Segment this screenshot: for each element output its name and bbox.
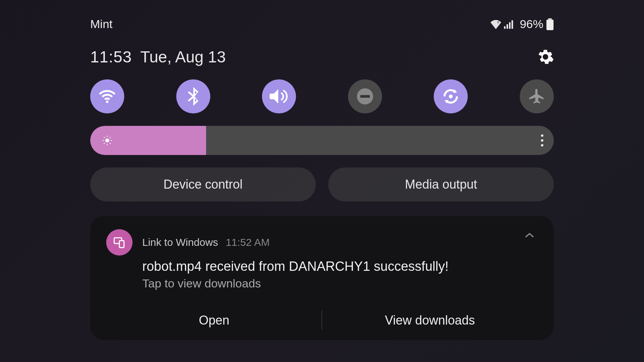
- svg-point-7: [106, 101, 108, 103]
- wifi-toggle[interactable]: [90, 79, 124, 113]
- svg-point-11: [105, 138, 109, 142]
- clock-time: 11:53: [90, 48, 132, 66]
- svg-text:6: 6: [497, 20, 499, 24]
- gear-icon: [537, 49, 554, 65]
- svg-point-10: [449, 94, 453, 98]
- svg-rect-21: [119, 241, 124, 248]
- clock-date: Tue, Aug 13: [140, 48, 226, 66]
- battery-percent: 96%: [520, 17, 543, 31]
- notification-open-button[interactable]: Open: [106, 302, 322, 340]
- media-output-button[interactable]: Media output: [328, 167, 554, 201]
- brightness-slider[interactable]: [90, 126, 554, 155]
- airplane-toggle[interactable]: [520, 79, 554, 113]
- svg-line-17: [110, 143, 111, 144]
- wifi-icon: [98, 89, 117, 104]
- svg-rect-6: [546, 19, 553, 30]
- brightness-icon: [102, 135, 112, 146]
- signal-status-icon: [504, 20, 514, 29]
- dnd-toggle[interactable]: [348, 79, 382, 113]
- device-control-label: Device control: [163, 177, 243, 192]
- view-downloads-label: View downloads: [385, 313, 475, 327]
- svg-line-19: [110, 137, 111, 138]
- rotate-icon: [441, 87, 460, 106]
- status-icons: 6: [490, 19, 514, 29]
- notification-title: robot.mp4 received from DANARCHY1 succes…: [142, 259, 538, 274]
- battery-icon: [546, 18, 554, 30]
- settings-button[interactable]: [537, 49, 554, 65]
- notification-app-name: Link to Windows: [142, 236, 218, 248]
- brightness-more-button[interactable]: [541, 135, 543, 147]
- media-output-label: Media output: [405, 177, 477, 192]
- sound-toggle[interactable]: [262, 79, 296, 113]
- chevron-up-icon: [525, 232, 534, 238]
- notification-card[interactable]: Link to Windows 11:52 AM robot.mp4 recei…: [90, 216, 554, 340]
- rotate-toggle[interactable]: [434, 79, 468, 113]
- notification-app-icon: [106, 229, 133, 256]
- status-bar: Mint 6 96%: [90, 17, 554, 31]
- wifi-status-icon: 6: [490, 19, 502, 29]
- carrier-label: Mint: [90, 17, 112, 31]
- svg-rect-2: [507, 24, 508, 29]
- link-to-windows-icon: [112, 235, 126, 249]
- svg-rect-9: [360, 95, 370, 97]
- svg-rect-1: [504, 26, 505, 28]
- svg-rect-4: [511, 20, 513, 29]
- notification-collapse-button[interactable]: [525, 232, 534, 238]
- device-control-button[interactable]: Device control: [90, 167, 316, 201]
- time-date: 11:53 Tue, Aug 13: [90, 48, 226, 66]
- speaker-icon: [270, 88, 288, 105]
- airplane-icon: [528, 87, 546, 105]
- notification-subtitle: Tap to view downloads: [142, 277, 538, 290]
- svg-rect-3: [509, 22, 510, 29]
- bluetooth-icon: [187, 87, 200, 106]
- svg-line-16: [104, 137, 105, 138]
- svg-line-18: [104, 143, 105, 144]
- notification-time: 11:52 AM: [226, 236, 270, 248]
- svg-rect-5: [548, 18, 552, 19]
- bluetooth-toggle[interactable]: [176, 79, 210, 113]
- dnd-icon: [355, 87, 375, 106]
- notification-view-downloads-button[interactable]: View downloads: [322, 302, 538, 340]
- open-label: Open: [199, 313, 229, 327]
